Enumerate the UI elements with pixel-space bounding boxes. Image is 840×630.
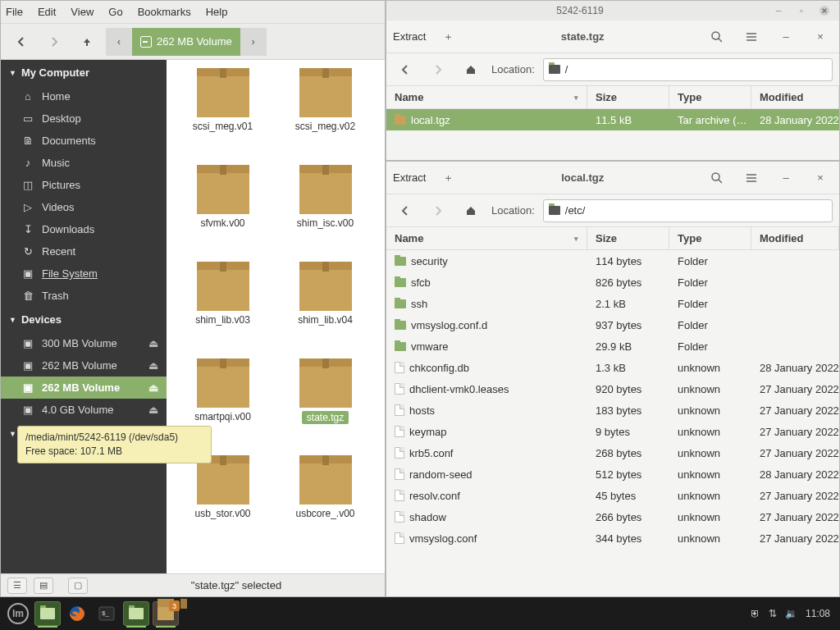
files-app-button[interactable] [34, 601, 61, 626]
menu-edit[interactable]: Edit [38, 6, 56, 18]
extract-button[interactable]: Extract [393, 171, 426, 184]
firefox-app-button[interactable] [64, 601, 90, 626]
up-button[interactable] [73, 28, 101, 56]
row-vmsyslog-conf-d[interactable]: vmsyslog.conf.d937 bytesFolder [386, 314, 839, 336]
maximize-button[interactable]: ▫ [793, 2, 810, 19]
files-app-button-2[interactable] [123, 601, 149, 626]
col-type[interactable]: Type [669, 227, 751, 249]
eject-icon[interactable]: ⏏ [148, 359, 158, 372]
tray-clock[interactable]: 11:08 [806, 608, 830, 619]
archive2-home-button[interactable] [459, 199, 483, 223]
hamburger-icon[interactable] [739, 166, 764, 190]
sidebar-item-file-system[interactable]: ▣File System [1, 262, 167, 285]
archive2-back-button[interactable] [393, 199, 418, 223]
row-resolv-conf[interactable]: resolv.conf45 bytesunknown27 January 202… [386, 485, 839, 506]
minimize-button[interactable]: – [770, 2, 787, 19]
sidebar-item-trash[interactable]: 🗑Trash [1, 285, 167, 307]
add-button[interactable]: ＋ [436, 25, 460, 49]
sidebar-item-videos[interactable]: ▷Videos [1, 196, 167, 218]
col-name[interactable]: Name [386, 86, 587, 108]
col-type[interactable]: Type [669, 86, 751, 108]
archive-app-button[interactable]: 3 [153, 601, 179, 626]
row-shadow[interactable]: shadow266 bytesunknown27 January 2022 [386, 506, 839, 527]
row-security[interactable]: security114 bytesFolder [386, 250, 839, 272]
view-list-button[interactable]: ▤ [34, 578, 53, 594]
eject-icon[interactable]: ⏏ [148, 337, 158, 349]
location-chip[interactable]: ‹ 262 MB Volume › [106, 28, 267, 56]
row-vmware[interactable]: vmware29.9 kBFolder [386, 336, 839, 357]
file-shim_lib-v03[interactable]: shim_lib.v03 [171, 262, 274, 358]
close2-button[interactable]: × [808, 25, 833, 49]
menu-go[interactable]: Go [108, 6, 122, 18]
menu-help[interactable]: Help [206, 6, 228, 18]
file-shim_lib-v04[interactable]: shim_lib.v04 [274, 262, 377, 358]
tray-volume-icon[interactable]: 🔉 [785, 608, 797, 619]
eject-icon[interactable]: ⏏ [148, 381, 158, 394]
tray-network-icon[interactable]: ⇅ [769, 608, 777, 619]
minimize2-button[interactable]: – [774, 166, 798, 190]
menu-bookmarks[interactable]: Bookmarks [138, 6, 191, 18]
sidebar-item-desktop[interactable]: ▭Desktop [1, 107, 167, 130]
back-button[interactable] [7, 28, 35, 56]
row-ssh[interactable]: ssh2.1 kBFolder [386, 293, 839, 314]
sidebar-group-devices[interactable]: ▼Devices [1, 307, 167, 332]
col-modified[interactable]: Modified [751, 227, 839, 249]
sidebar-group-my-computer[interactable]: ▼My Computer [1, 60, 167, 85]
sidebar-item-pictures[interactable]: ◫Pictures [1, 174, 167, 196]
file-shim_isc-v00[interactable]: shim_isc.v00 [274, 165, 377, 262]
col-modified[interactable]: Modified [751, 86, 839, 108]
file-usbcore_-v00[interactable]: usbcore_.v00 [274, 455, 377, 552]
row-chkconfig-db[interactable]: chkconfig.db1.3 kBunknown28 January 2022 [386, 357, 839, 378]
file-state-tgz[interactable]: state.tgz [274, 358, 377, 455]
view-compact-button[interactable]: ▢ [68, 578, 88, 594]
menu-view[interactable]: View [71, 6, 94, 18]
sidebar-item-documents[interactable]: 🗎Documents [1, 130, 167, 152]
row-keymap[interactable]: keymap9 bytesunknown27 January 2022 [386, 421, 839, 442]
col-size[interactable]: Size [587, 86, 669, 108]
archive1-back-button[interactable] [393, 57, 418, 82]
row-dhclient-vmk0-leases[interactable]: dhclient-vmk0.leases920 bytesunknown27 J… [386, 378, 839, 399]
sidebar-item-300-mb-volume[interactable]: ▣300 MB Volume⏏ [1, 332, 167, 354]
file-scsi_meg-v01[interactable]: scsi_meg.v01 [171, 68, 274, 165]
close-button[interactable] [816, 2, 833, 19]
tray-shield-icon[interactable]: ⛨ [751, 608, 760, 619]
sidebar-item-home[interactable]: ⌂Home [1, 85, 167, 107]
row-sfcb[interactable]: sfcb826 bytesFolder [386, 272, 839, 293]
sidebar-item-262-mb-volume[interactable]: ▣262 MB Volume⏏ [1, 377, 167, 399]
sidebar-item-downloads[interactable]: ↧Downloads [1, 218, 167, 240]
row-hosts[interactable]: hosts183 bytesunknown27 January 2022 [386, 399, 839, 421]
archive1-titlebar[interactable]: 5242-6119 – ▫ [386, 1, 839, 21]
row-krb5-conf[interactable]: krb5.conf268 bytesunknown27 January 2022 [386, 442, 839, 463]
chevron-right-icon[interactable]: › [240, 28, 267, 56]
sidebar-item-262-mb-volume[interactable]: ▣262 MB Volume⏏ [1, 354, 167, 377]
archive1-location-input[interactable]: / [543, 58, 833, 81]
file-scsi_meg-v02[interactable]: scsi_meg.v02 [274, 68, 377, 165]
archive1-home-button[interactable] [459, 57, 483, 82]
col-name[interactable]: Name [386, 227, 587, 249]
hamburger-icon[interactable] [739, 25, 764, 49]
row-random-seed[interactable]: random-seed512 bytesunknown28 January 20… [386, 463, 839, 485]
file-sfvmk-v00[interactable]: sfvmk.v00 [171, 165, 274, 262]
add-button[interactable]: ＋ [436, 166, 460, 190]
eject-icon[interactable]: ⏏ [148, 404, 158, 416]
sidebar-item-music[interactable]: ♪Music [1, 152, 167, 174]
row-local-tgz[interactable]: local.tgz11.5 kBTar archive (…28 January… [386, 109, 839, 130]
mint-menu-button[interactable]: lm [5, 601, 31, 626]
archive2-forward-button[interactable] [426, 199, 450, 223]
file-grid[interactable]: scsi_meg.v01scsi_meg.v02sfvmk.v00shim_is… [167, 60, 385, 573]
close2-button[interactable]: × [808, 166, 833, 190]
view-icons-button[interactable]: ☰ [7, 578, 27, 594]
archive2-location-input[interactable]: /etc/ [543, 199, 833, 222]
col-size[interactable]: Size [587, 227, 669, 249]
sidebar-item-4.0-gb-volume[interactable]: ▣4.0 GB Volume⏏ [1, 399, 167, 421]
archive1-forward-button[interactable] [426, 57, 450, 82]
menu-file[interactable]: File [6, 6, 23, 18]
file-usb_stor-v00[interactable]: usb_stor.v00 [171, 455, 274, 552]
sidebar-item-recent[interactable]: ↻Recent [1, 240, 167, 262]
forward-button[interactable] [40, 28, 68, 56]
terminal-app-button[interactable]: $_ [94, 601, 120, 626]
row-vmsyslog-conf[interactable]: vmsyslog.conf344 bytesunknown27 January … [386, 527, 839, 549]
search-icon[interactable] [705, 25, 729, 49]
search-icon[interactable] [705, 166, 729, 190]
chevron-left-icon[interactable]: ‹ [106, 28, 132, 56]
